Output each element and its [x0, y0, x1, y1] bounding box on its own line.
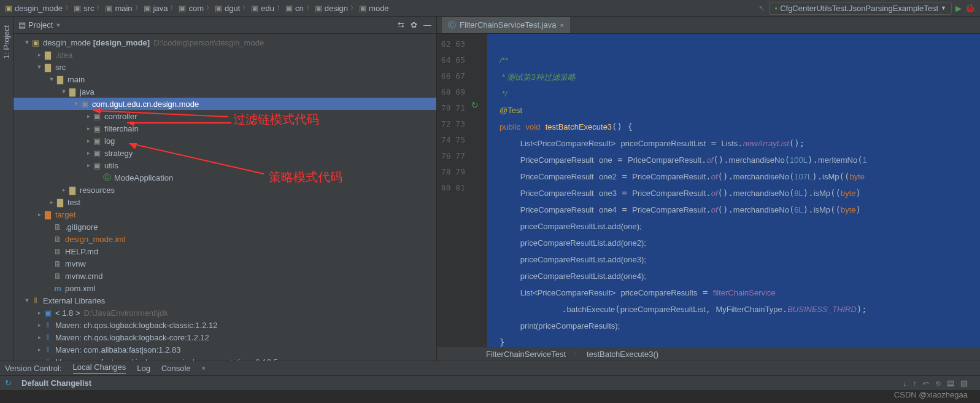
- file-icon: 🗎: [53, 222, 63, 232]
- run-icon[interactable]: ▶: [955, 4, 962, 13]
- gutter-marks: ↻: [471, 34, 487, 347]
- breadcrumb-item[interactable]: ▣ dgut: [215, 4, 240, 13]
- breadcrumb-item[interactable]: ▣ desgin_mode: [5, 4, 63, 13]
- gear-icon[interactable]: ✿: [411, 20, 417, 29]
- package-icon: ▣: [92, 161, 102, 170]
- folder-icon: ▇: [55, 75, 65, 84]
- close-icon[interactable]: ×: [560, 22, 564, 29]
- editor-panel: ⓒ FilterChainServiceTest.java × 62 63 64…: [437, 17, 980, 361]
- breadcrumb-item[interactable]: ▣ src: [74, 4, 94, 13]
- project-title: Project: [28, 20, 53, 29]
- project-icon: ▤: [18, 20, 26, 29]
- folder-icon: ▇: [68, 87, 77, 96]
- folder-icon: ▇: [43, 63, 53, 72]
- changelist-label[interactable]: Default Changelist: [21, 378, 91, 388]
- class-icon: ⓒ: [102, 172, 112, 183]
- lib-icon: ⫴: [43, 320, 53, 330]
- breadcrumb-item[interactable]: ▣ cn: [285, 4, 304, 13]
- package-icon: ▣: [92, 149, 102, 158]
- hide-icon[interactable]: —: [423, 20, 431, 29]
- toolbar-icon[interactable]: ⤺: [923, 378, 930, 388]
- breadcrumb-item[interactable]: ▣ design: [315, 4, 348, 13]
- lib-icon: ⫴: [43, 345, 53, 354]
- back-arrow-icon[interactable]: ↖: [758, 4, 765, 13]
- file-icon: 🗎: [53, 259, 63, 268]
- file-icon: 🗎: [53, 272, 63, 281]
- version-control-bar: Version Control: Local Changes Log Conso…: [0, 361, 980, 375]
- toolbar-icon[interactable]: ↓: [903, 378, 907, 388]
- vc-tab-log[interactable]: Log: [137, 364, 150, 373]
- toolbar-icon[interactable]: ▤: [947, 378, 954, 388]
- watermark: CSDN @xiaozhegaa: [894, 390, 968, 399]
- vc-tab-console[interactable]: Console: [161, 364, 191, 373]
- changelist-bar: ↻ Default Changelist ↓ ↑ ⤺ ⎋ ▤ ▧: [0, 375, 980, 390]
- module-icon: ▣: [31, 38, 41, 47]
- vc-title: Version Control:: [5, 364, 62, 373]
- breadcrumb-item[interactable]: ▣ edu: [251, 4, 274, 13]
- chevron-down-icon[interactable]: ▼: [55, 22, 61, 28]
- toolbar-icon[interactable]: ▧: [960, 378, 968, 388]
- refresh-icon[interactable]: ↻: [5, 378, 12, 388]
- lib-icon: ⫴: [43, 332, 53, 342]
- breadcrumb-item[interactable]: ▣ main: [105, 4, 132, 13]
- tree-row-selected: ▼▣com.dgut.edu.cn.design.mode: [14, 98, 436, 110]
- folder-icon: ▇: [55, 198, 65, 207]
- project-tool-tab[interactable]: 1: Project: [2, 22, 11, 63]
- lib-icon: ▣: [43, 308, 53, 318]
- vc-tab-local[interactable]: Local Changes: [73, 362, 126, 374]
- folder-icon: ▇: [68, 186, 77, 195]
- editor-tabs: ⓒ FilterChainServiceTest.java ×: [437, 17, 980, 34]
- chevron-down-icon: ▼: [941, 5, 946, 11]
- editor-tab[interactable]: ⓒ FilterChainServiceTest.java ×: [442, 17, 570, 33]
- package-icon: ▣: [80, 100, 90, 109]
- breadcrumb-item[interactable]: ▣ mode: [359, 4, 389, 13]
- code-area[interactable]: /** * 测试第3种过滤策略 */ @Test public void tes…: [487, 34, 980, 347]
- library-icon: ⫴: [31, 295, 41, 305]
- breadcrumb-bar: ▣ desgin_mode〉▣ src〉▣ main〉▣ java〉▣ com〉…: [0, 0, 980, 17]
- breadcrumb-item[interactable]: ▣ java: [144, 4, 168, 13]
- toolbar-icon[interactable]: ↑: [913, 378, 917, 388]
- editor-breadcrumb[interactable]: FilterChainServiceTest〉testBatchExecute3…: [437, 347, 980, 361]
- maven-icon: m: [53, 284, 63, 293]
- project-panel: ▤ Project ▼ ⇆ ✿ — ▼▣desgin_mode [design_…: [14, 17, 437, 361]
- package-icon: ▣: [92, 136, 102, 146]
- lib-icon: ⫴: [43, 357, 53, 361]
- breadcrumb-item[interactable]: ▣ com: [179, 4, 204, 13]
- project-tree[interactable]: ▼▣desgin_mode [design_mode]D:\coding\per…: [14, 34, 436, 361]
- breadcrumb[interactable]: ▣ desgin_mode〉▣ src〉▣ main〉▣ java〉▣ com〉…: [5, 4, 389, 13]
- left-tool-stripe: 1: Project: [0, 17, 14, 361]
- folder-icon: ▇: [43, 50, 53, 60]
- file-icon: 🗎: [53, 247, 63, 256]
- java-file-icon: ⓒ: [448, 20, 456, 31]
- package-icon: ▣: [92, 124, 102, 133]
- run-config-selector[interactable]: CfgCenterUtilsTest.JsonParsingExampleTes…: [769, 2, 952, 15]
- file-icon: 🗎: [53, 235, 63, 244]
- line-gutter: 62 63 64 65 66 67 68 69 70 71 72 73 74 7…: [437, 34, 471, 347]
- package-icon: ▣: [92, 112, 102, 121]
- folder-icon: ▇: [43, 210, 53, 219]
- toolbar-icon[interactable]: ⎋: [936, 378, 941, 388]
- debug-icon[interactable]: 🐞: [965, 4, 975, 13]
- collapse-icon[interactable]: ⇆: [398, 20, 404, 29]
- run-gutter-icon[interactable]: ↻: [471, 100, 479, 110]
